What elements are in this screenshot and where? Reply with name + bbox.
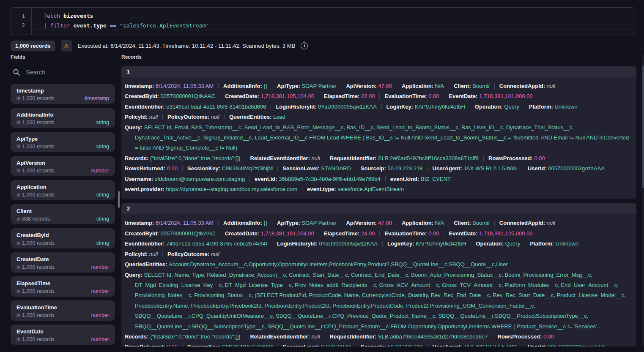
record-line: PolicyId: nullPolicyOutcome: nullQueried… (125, 112, 633, 122)
code-token: | (44, 22, 50, 29)
record-line: Query: SELECT Id, Email, BAS_Timestamp__… (125, 123, 633, 153)
record-key: EventIdentifier: (125, 240, 166, 247)
field-item-application[interactable]: Applicationin 1,000 recordsstring (11, 180, 115, 200)
record-key: EventDate: (449, 230, 480, 237)
field-name: AdditionalInfo (16, 112, 109, 118)
field-divider (162, 114, 163, 120)
record-key: ApiType: (277, 83, 301, 89)
record-value: 24.00 (361, 230, 375, 237)
record-value: e3149caf-5daf-4a11-85f8-81401bd8d696 (166, 104, 266, 110)
field-item-additionalinfo[interactable]: AdditionalInfoin 1,000 recordsstring (11, 108, 115, 128)
record-value: SOAP Partner (301, 83, 336, 89)
field-item-createdbyid[interactable]: CreatedByIdin 1,000 recordsstring (11, 228, 115, 248)
field-name: CreatedDate (16, 256, 109, 262)
field-divider (319, 93, 319, 99)
field-divider (494, 83, 495, 89)
editor-code-area[interactable]: fetch bizevents| filter event.type == "s… (31, 8, 635, 35)
field-divider (341, 220, 341, 226)
record-key: Query: (125, 124, 144, 131)
record-value: 0.00 (167, 344, 178, 347)
field-divider (272, 83, 272, 89)
record-key: LoginKey: (387, 240, 416, 247)
record-value: 00570000003gozaAAA (548, 344, 605, 347)
record-line: Records: {"totalSize":0,"done":true,"rec… (125, 153, 633, 164)
record-key: ConnectedAppId: (499, 220, 547, 226)
info-icon[interactable]: i (301, 42, 308, 49)
editor-code-line[interactable]: fetch bizevents (32, 11, 635, 21)
record-body: timestamp: 6/14/2024, 11:05:33 AMAdditio… (121, 214, 636, 347)
record-value: null (312, 333, 320, 340)
editor-code-line[interactable]: | filter event.type == "salesforce.ApiEv… (32, 21, 635, 30)
record-card: 2timestamp: 6/14/2024, 11:05:33 AMAdditi… (121, 203, 636, 347)
field-item-timestamp[interactable]: timestampin 1,000 recordstimestamp (11, 84, 115, 104)
record-value: C9K3N4IMq2zOiNjM (222, 165, 273, 172)
field-item-elapsedtime[interactable]: ElapsedTimein 1,000 recordsnumber (11, 276, 115, 297)
record-value: 0.00 (543, 333, 554, 340)
records-scrollbar-thumb[interactable] (642, 65, 644, 188)
field-record-count: in 1,000 records (16, 96, 55, 101)
record-list: 1timestamp: 6/14/2024, 11:05:33 AMAdditi… (121, 66, 636, 347)
search-icon (13, 68, 20, 76)
field-divider (341, 83, 341, 89)
field-meta: in 1,000 recordsstring (16, 144, 109, 150)
record-value: 00570000001QtlkAAC (161, 93, 215, 99)
record-key: RequestIdentifier: (330, 333, 378, 340)
record-header[interactable]: 2 (121, 203, 636, 214)
record-key: Client: (454, 83, 472, 89)
record-key: UserAgent: (433, 165, 464, 172)
field-name: ApiType (16, 136, 109, 142)
record-key: ApiType: (277, 220, 301, 226)
record-header[interactable]: 1 (121, 66, 636, 77)
record-value: STANDARD (321, 344, 351, 347)
record-key: Application: (402, 83, 435, 89)
field-item-apiversion[interactable]: ApiVersionin 1,000 recordsnumber (11, 156, 115, 176)
record-key: ApiVersion: (346, 220, 378, 226)
field-item-evaluationtime[interactable]: EvaluationTimein 1,000 recordsnumber (11, 300, 115, 321)
field-divider (249, 176, 250, 182)
field-name: Client (16, 208, 109, 214)
field-meta: in 1,000 recordsstring (16, 240, 109, 246)
record-value: {"totalSize":0,"done":true,"records":[]} (150, 155, 240, 161)
fields-scrollbar-thumb[interactable] (118, 191, 120, 208)
code-token: fetch (44, 13, 63, 19)
record-value: SLB:a6ba798ee44395a81d279deb8ebea6e7 (378, 333, 488, 340)
record-value: KAP9Jhmy0kd4zfbH (415, 104, 465, 110)
record-key: Application: (402, 220, 435, 226)
search-input[interactable] (26, 69, 102, 76)
warning-icon[interactable]: ⚠ (61, 40, 72, 52)
field-name: EventDate (16, 328, 109, 335)
field-item-eventdate[interactable]: EventDatein 1,000 recordsnumber (11, 325, 115, 345)
query-editor[interactable]: 12 fetch bizevents| filter event.type ==… (11, 7, 635, 35)
field-record-count: in 1,000 records (16, 312, 55, 318)
records-count-badge: 1,000 records (11, 41, 55, 51)
record-key: UserId: (528, 165, 548, 172)
record-key: Query: (125, 272, 144, 278)
search-box[interactable] (11, 67, 115, 78)
record-value: Boomi/ (472, 83, 489, 89)
record-key: RowsReturned: (125, 344, 167, 347)
record-key: Platform: (530, 240, 556, 247)
record-line: RowsReturned: 0.00SessionKey: C9K3N4IMq2… (125, 164, 633, 174)
record-key: SessionLevel: (282, 165, 321, 172)
record-value: 36b889e5-7c3b-4b0a-9ff6-ebb149e769b4 (279, 176, 380, 182)
record-value: Query (504, 104, 519, 110)
record-line: Query: SELECT Id, Name, Type, Related_Dy… (125, 270, 633, 332)
record-value: null (149, 251, 158, 257)
field-record-count: in 1,000 records (16, 192, 55, 198)
field-item-createddate[interactable]: CreatedDatein 1,000 recordsnumber (11, 252, 115, 273)
record-value: 1,718,381,101,000.00 (479, 93, 533, 99)
record-value: SELECT Id, Name, Type, Related_Dynatrace… (135, 272, 626, 330)
field-meta: in 1,000 recordstimestamp (16, 96, 109, 101)
field-record-count: in 1,000 records (16, 168, 55, 174)
field-item-apitype[interactable]: ApiTypein 1,000 recordsstring (11, 132, 115, 152)
record-value: 0.00 (534, 155, 545, 161)
record-card: 1timestamp: 6/14/2024, 11:05:33 AMAdditi… (121, 66, 636, 199)
record-key: AdditionalInfo: (223, 220, 263, 226)
record-key: PolicyId: (125, 114, 149, 120)
records-title: Records (121, 54, 636, 60)
field-divider (356, 344, 356, 347)
field-item-client[interactable]: Clientin 638 recordsstring (11, 204, 115, 224)
record-value: null (211, 251, 219, 257)
field-record-count: in 1,000 records (16, 240, 55, 246)
editor-line-number: 1 (11, 11, 31, 21)
